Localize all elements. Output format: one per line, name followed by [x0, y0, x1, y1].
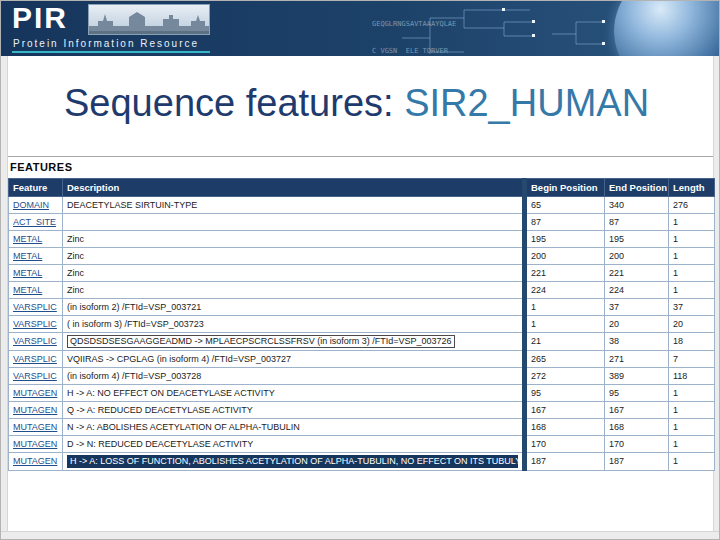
feature-description: D -> N: REDUCED DEACETYLASE ACTIVITY: [67, 439, 253, 450]
feature-description: Q -> A: REDUCED DEACETYLASE ACTIVITY: [67, 405, 253, 416]
description-cell: QDSDSDSESGAAGGEADMD -> MPLAECPSCRCLSSFRS…: [63, 333, 525, 351]
feature-description: H -> A: LOSS OF FUNCTION, ABOLISHES ACET…: [67, 455, 518, 468]
length-cell: 37: [669, 299, 715, 316]
org-name: Protein Information Resource: [13, 38, 199, 49]
description-cell: D -> N: REDUCED DEACETYLASE ACTIVITY: [63, 436, 525, 453]
length-cell: 1: [669, 453, 715, 471]
description-cell: (in isoform 4) /FTId=VSP_003728: [63, 368, 525, 385]
feature-description: (in isoform 2) /FTId=VSP_003721: [67, 302, 201, 313]
feature-cell: MUTAGEN: [9, 419, 63, 436]
feature-cell: VARSPLIC: [9, 351, 63, 368]
begin-position-cell: 167: [525, 402, 605, 419]
features-table: Feature Description Begin Position End P…: [8, 178, 715, 471]
length-cell: 1: [669, 419, 715, 436]
title-text: Sequence features:: [64, 82, 404, 124]
table-row: DOMAINDEACETYLASE SIRTUIN-TYPE65340276: [9, 197, 715, 214]
feature-description: Zinc: [67, 285, 84, 296]
feature-cell: VARSPLIC: [9, 333, 63, 351]
length-cell: 118: [669, 368, 715, 385]
description-cell: Zinc: [63, 231, 525, 248]
length-cell: 1: [669, 436, 715, 453]
end-position-cell: 167: [605, 402, 669, 419]
feature-link[interactable]: ACT_SITE: [13, 217, 56, 227]
length-cell: 276: [669, 197, 715, 214]
feature-link[interactable]: METAL: [13, 251, 42, 261]
feature-link[interactable]: MUTAGEN: [13, 422, 57, 432]
feature-link[interactable]: MUTAGEN: [13, 405, 57, 415]
end-position-cell: 87: [605, 214, 669, 231]
feature-link[interactable]: MUTAGEN: [13, 456, 57, 466]
description-cell: (in isoform 2) /FTId=VSP_003721: [63, 299, 525, 316]
feature-link[interactable]: VARSPLIC: [13, 319, 57, 329]
column-header-length: Length: [669, 179, 715, 197]
end-position-cell: 221: [605, 265, 669, 282]
teal-accent-line: [12, 51, 210, 53]
description-cell: N -> A: ABOLISHES ACETYLATION OF ALPHA-T…: [63, 419, 525, 436]
length-cell: 1: [669, 265, 715, 282]
slide-margin-bottom: [0, 531, 720, 540]
begin-position-cell: 224: [525, 282, 605, 299]
begin-position-cell: 65: [525, 197, 605, 214]
feature-link[interactable]: METAL: [13, 234, 42, 244]
feature-description: (in isoform 4) /FTId=VSP_003728: [67, 371, 201, 382]
feature-cell: METAL: [9, 265, 63, 282]
table-row: METALZinc2002001: [9, 248, 715, 265]
length-cell: 7: [669, 351, 715, 368]
feature-link[interactable]: VARSPLIC: [13, 354, 57, 364]
features-section-label: FEATURES: [10, 161, 72, 173]
feature-cell: DOMAIN: [9, 197, 63, 214]
feature-cell: MUTAGEN: [9, 385, 63, 402]
begin-position-cell: 87: [525, 214, 605, 231]
features-table-body: DOMAINDEACETYLASE SIRTUIN-TYPE65340276AC…: [9, 197, 715, 471]
feature-link[interactable]: VARSPLIC: [13, 371, 57, 381]
begin-position-cell: 221: [525, 265, 605, 282]
feature-link[interactable]: MUTAGEN: [13, 439, 57, 449]
length-cell: 1: [669, 385, 715, 402]
feature-description: Zinc: [67, 251, 84, 262]
feature-description: Zinc: [67, 234, 84, 245]
feature-cell: MUTAGEN: [9, 436, 63, 453]
feature-cell: METAL: [9, 231, 63, 248]
end-position-cell: 187: [605, 453, 669, 471]
feature-link[interactable]: MUTAGEN: [13, 388, 57, 398]
table-row: ACT_SITE87871: [9, 214, 715, 231]
begin-position-cell: 200: [525, 248, 605, 265]
feature-link[interactable]: METAL: [13, 268, 42, 278]
feature-description: N -> A: ABOLISHES ACETYLATION OF ALPHA-T…: [67, 422, 300, 433]
table-row: MUTAGENN -> A: ABOLISHES ACETYLATION OF …: [9, 419, 715, 436]
length-cell: 1: [669, 282, 715, 299]
feature-cell: METAL: [9, 282, 63, 299]
feature-cell: VARSPLIC: [9, 316, 63, 333]
table-row: VARSPLIC(in isoform 2) /FTId=VSP_0037211…: [9, 299, 715, 316]
end-position-cell: 170: [605, 436, 669, 453]
feature-cell: VARSPLIC: [9, 368, 63, 385]
column-header-end-position: End Position: [605, 179, 669, 197]
end-position-cell: 95: [605, 385, 669, 402]
table-row: VARSPLIC( in isoform 3) /FTId=VSP_003723…: [9, 316, 715, 333]
end-position-cell: 20: [605, 316, 669, 333]
feature-link[interactable]: VARSPLIC: [13, 336, 57, 346]
length-cell: 18: [669, 333, 715, 351]
table-header-row: Feature Description Begin Position End P…: [9, 179, 715, 197]
feature-cell: METAL: [9, 248, 63, 265]
begin-position-cell: 1: [525, 299, 605, 316]
table-row: VARSPLIC(in isoform 4) /FTId=VSP_0037282…: [9, 368, 715, 385]
end-position-cell: 38: [605, 333, 669, 351]
header-banner: PIR Protein Information Resource GEQGLRN…: [0, 0, 720, 56]
description-cell: Zinc: [63, 282, 525, 299]
end-position-cell: 37: [605, 299, 669, 316]
feature-link[interactable]: VARSPLIC: [13, 302, 57, 312]
molecule-sphere-graphic: [614, 0, 720, 56]
feature-link[interactable]: METAL: [13, 285, 42, 295]
begin-position-cell: 168: [525, 419, 605, 436]
column-header-begin-position: Begin Position: [525, 179, 605, 197]
feature-description: H -> A: NO EFFECT ON DEACETYLASE ACTIVIT…: [67, 388, 275, 399]
section-divider-line: [8, 156, 713, 157]
end-position-cell: 340: [605, 197, 669, 214]
length-cell: 1: [669, 248, 715, 265]
slide-margin-left: [0, 56, 8, 533]
table-row: METALZinc1951951: [9, 231, 715, 248]
description-cell: VQIIRAS -> CPGLAG (in isoform 4) /FTId=V…: [63, 351, 525, 368]
feature-link[interactable]: DOMAIN: [13, 200, 49, 210]
begin-position-cell: 21: [525, 333, 605, 351]
